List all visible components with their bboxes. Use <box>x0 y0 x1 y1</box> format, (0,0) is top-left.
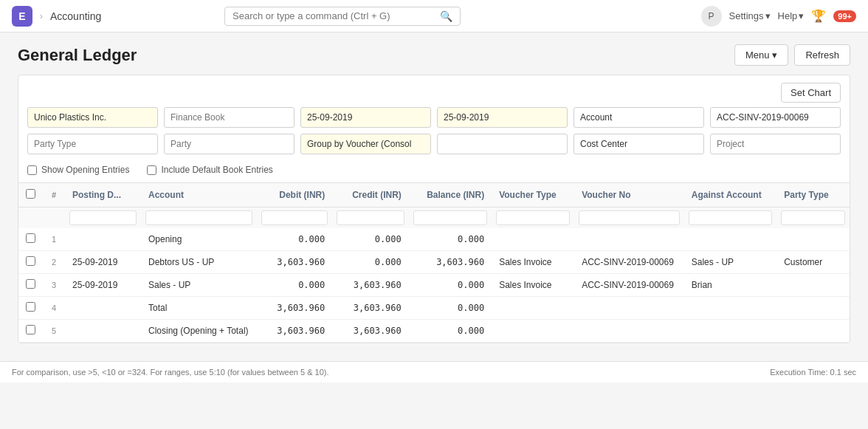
page-title: General Ledger <box>18 46 137 65</box>
card-top: Set Chart <box>18 75 850 107</box>
cell-balance: 0.000 <box>409 228 492 251</box>
cell-voucher_type <box>492 297 574 320</box>
refresh-button[interactable]: Refresh <box>794 44 850 66</box>
search-input[interactable] <box>232 10 435 21</box>
row-checkbox[interactable] <box>26 302 35 312</box>
table-row: 325-09-2019Sales - UP0.0003,603.9600.000… <box>18 274 850 297</box>
app-icon[interactable]: E <box>12 6 32 27</box>
cell-credit: 0.000 <box>332 251 409 274</box>
cell-posting_date: 25-09-2019 <box>65 274 141 297</box>
cell-voucher_no <box>574 320 684 343</box>
cell-debit: 0.000 <box>257 228 332 251</box>
cell-party_type <box>776 228 850 251</box>
settings-button[interactable]: Settings ▾ <box>729 10 771 21</box>
row-number: 4 <box>43 297 65 320</box>
cell-party_type <box>776 320 850 343</box>
cell-posting_date <box>65 228 141 251</box>
header-voucher_no: Voucher No <box>574 183 684 207</box>
header-row-num: # <box>43 183 65 207</box>
cell-against_account <box>684 320 776 343</box>
cell-voucher_no <box>574 297 684 320</box>
notifications-badge[interactable]: 99+ <box>833 10 856 22</box>
filter-input-4[interactable] <box>574 107 704 128</box>
table-row: 225-09-2019Debtors US - UP3,603.9600.000… <box>18 251 850 274</box>
include-default-book-label[interactable]: Include Default Book Entries <box>147 165 272 175</box>
cell-voucher_no <box>574 228 684 251</box>
show-opening-entries-text: Show Opening Entries <box>41 165 129 175</box>
filter-input-0[interactable] <box>27 107 158 128</box>
show-opening-entries-checkbox[interactable] <box>27 165 37 175</box>
filter-input-3[interactable] <box>437 107 568 128</box>
filter-col-posting_date[interactable] <box>69 210 137 225</box>
filter-input-0[interactable] <box>27 134 158 154</box>
cell-party_type: Customer <box>776 251 850 274</box>
row-checkbox[interactable] <box>26 256 35 266</box>
help-button[interactable]: Help ▾ <box>778 10 805 21</box>
filter-input-5[interactable] <box>710 107 841 128</box>
cell-credit: 3,603.960 <box>332 274 409 297</box>
filter-col-party_type[interactable] <box>781 210 845 225</box>
show-opening-entries-label[interactable]: Show Opening Entries <box>27 165 129 175</box>
cell-account: Sales - UP <box>141 274 257 297</box>
nav-chevron: › <box>40 11 43 21</box>
cell-debit: 3,603.960 <box>257 297 332 320</box>
row-number: 5 <box>43 320 65 343</box>
search-icon: 🔍 <box>440 10 452 22</box>
set-chart-button[interactable]: Set Chart <box>781 83 841 103</box>
include-default-book-checkbox[interactable] <box>147 165 156 175</box>
header-against_account: Against Account <box>684 183 776 207</box>
filter-input-3[interactable] <box>437 134 568 154</box>
cell-account: Opening <box>141 228 257 251</box>
table-filter-row <box>18 207 850 229</box>
row-checkbox[interactable] <box>26 325 35 334</box>
filter-col-balance[interactable] <box>413 210 487 225</box>
header-posting_date: Posting D... <box>65 183 141 207</box>
filter-input-1[interactable] <box>164 107 294 128</box>
select-all-checkbox[interactable] <box>26 189 35 199</box>
filter-input-1[interactable] <box>164 134 294 154</box>
filter-col-voucher_no[interactable] <box>579 210 680 225</box>
header-voucher_type: Voucher Type <box>492 183 574 207</box>
filter-col-credit[interactable] <box>337 210 404 225</box>
header-party_type: Party Type <box>776 183 850 207</box>
cell-voucher_type: Sales Invoice <box>492 274 574 297</box>
row-checkbox[interactable] <box>26 279 35 289</box>
cell-credit: 0.000 <box>332 228 409 251</box>
row-checkbox[interactable] <box>26 233 35 243</box>
trophy-icon: 🏆 <box>811 9 826 23</box>
cell-against_account <box>684 228 776 251</box>
cell-against_account: Brian <box>684 274 776 297</box>
menu-button[interactable]: Menu ▾ <box>734 44 789 66</box>
filter-input-2[interactable] <box>300 134 431 154</box>
cell-posting_date <box>65 297 141 320</box>
filter-input-2[interactable] <box>300 107 431 128</box>
search-bar[interactable]: 🔍 <box>224 7 461 26</box>
filter-col-account[interactable] <box>145 210 252 225</box>
table-row: 1Opening0.0000.0000.000 <box>18 228 850 251</box>
header-debit: Debit (INR) <box>257 183 332 207</box>
filters-row2 <box>18 134 850 160</box>
page-header: General Ledger Menu ▾ Refresh <box>0 32 868 75</box>
cell-debit: 0.000 <box>257 274 332 297</box>
cell-voucher_no: ACC-SINV-2019-00069 <box>574 274 684 297</box>
cell-against_account: Sales - UP <box>684 251 776 274</box>
filter-col-against_account[interactable] <box>689 210 772 225</box>
cell-debit: 3,603.960 <box>257 320 332 343</box>
filter-col-voucher_type[interactable] <box>496 210 570 225</box>
table-header-row: # Posting D...AccountDebit (INR)Credit (… <box>18 183 850 207</box>
cell-voucher_type <box>492 228 574 251</box>
include-default-book-text: Include Default Book Entries <box>161 165 272 175</box>
header-balance: Balance (INR) <box>409 183 492 207</box>
table-row: 5Closing (Opening + Total)3,603.9603,603… <box>18 320 850 343</box>
main-content: Set Chart Show Opening Entries Include D… <box>0 75 868 361</box>
footer: For comparison, use >5, <10 or =324. For… <box>0 361 868 382</box>
row-number: 2 <box>43 251 65 274</box>
nav-module[interactable]: Accounting <box>50 10 101 22</box>
filter-col-debit[interactable] <box>261 210 328 225</box>
filter-input-4[interactable] <box>574 134 704 154</box>
cell-account: Total <box>141 297 257 320</box>
cell-credit: 3,603.960 <box>332 297 409 320</box>
filter-input-5[interactable] <box>710 134 841 154</box>
avatar[interactable]: P <box>701 6 722 27</box>
cell-balance: 3,603.960 <box>409 251 492 274</box>
